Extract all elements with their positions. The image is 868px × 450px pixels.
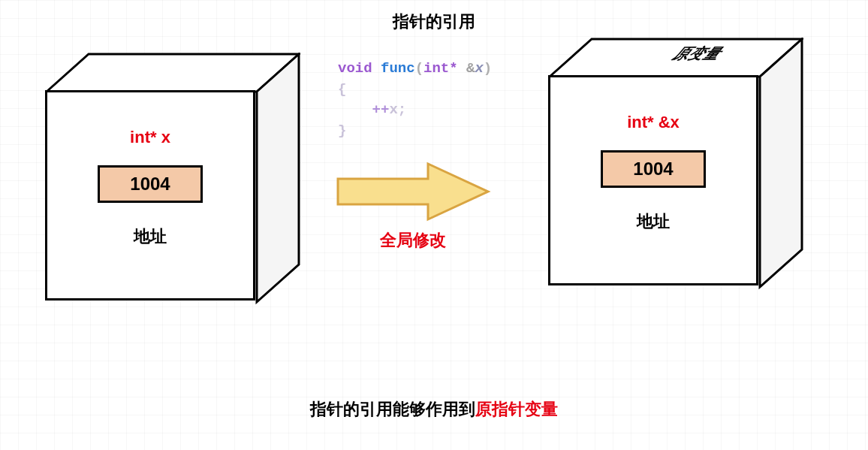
left-variable-label: int* x (45, 128, 255, 147)
code-func-name: func (381, 60, 415, 77)
svg-marker-3 (760, 39, 802, 287)
right-address-label: 地址 (548, 210, 758, 233)
code-keyword-void: void (338, 60, 372, 77)
code-op: ++ (372, 101, 390, 118)
code-rbrace: } (338, 122, 346, 139)
svg-marker-4 (338, 164, 488, 219)
code-semi: ; (398, 101, 406, 118)
arrow-icon (330, 158, 496, 225)
footer-part2: 原指针变量 (475, 400, 558, 418)
arrow-caption: 全局修改 (330, 229, 496, 252)
diagram-title: 指针的引用 (0, 11, 868, 33)
right-address-box: 1004 (601, 150, 706, 188)
footer-part1: 指针的引用能够作用到 (310, 400, 475, 418)
cube-right-side-face (757, 38, 809, 293)
code-param-var: x (475, 60, 483, 77)
code-indent (338, 101, 372, 118)
code-stmt-var: x (389, 101, 397, 118)
code-lbrace: { (338, 81, 346, 98)
left-address-label: 地址 (45, 225, 255, 248)
cube-left: int* x 1004 地址 (45, 53, 278, 285)
svg-marker-1 (257, 54, 299, 302)
code-rparen: ) (484, 60, 492, 77)
code-lparen: ( (415, 60, 423, 77)
right-variable-label: int* &x (548, 113, 758, 132)
footer-text: 指针的引用能够作用到原指针变量 (0, 398, 868, 421)
cube-left-side-face (254, 53, 306, 308)
cube-right: 原变量 int* &x 1004 地址 (548, 38, 781, 270)
left-address-box: 1004 (98, 165, 203, 203)
code-type: int* (423, 60, 458, 77)
code-amp: & (466, 60, 475, 77)
code-snippet: void func(int* &x) { ++x; } (338, 59, 492, 141)
